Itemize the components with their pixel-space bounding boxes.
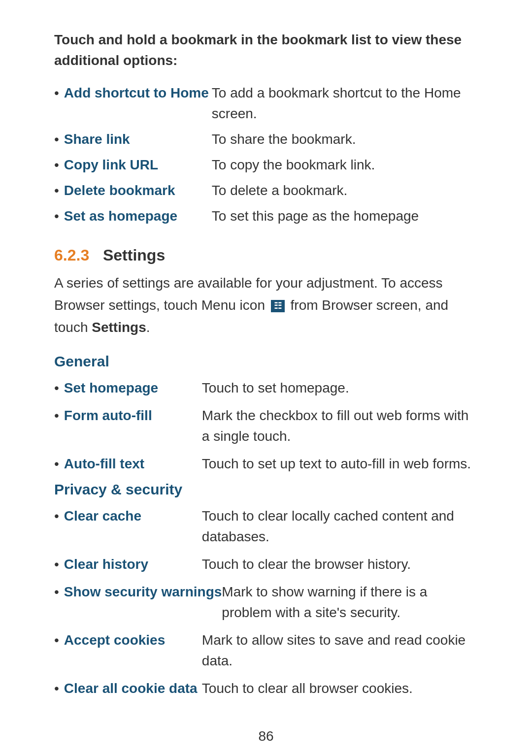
intro-text: Touch and hold a bookmark in the bookmar… (54, 30, 478, 71)
bullet-dot: • (54, 582, 59, 602)
privacy-desc-2: Mark to show warning if there is a probl… (222, 582, 478, 623)
page-number: 86 (54, 728, 478, 744)
bullet-dot: • (54, 129, 59, 150)
list-item: • Clear cache Touch to clear locally cac… (54, 506, 478, 547)
general-list: • Set homepage Touch to set homepage. • … (54, 378, 478, 474)
page-container: Touch and hold a bookmark in the bookmar… (44, 0, 488, 756)
list-item: • Set as homepage To set this page as th… (54, 206, 478, 227)
bookmark-term-4: Set as homepage (64, 206, 212, 227)
privacy-desc-4: Touch to clear all browser cookies. (202, 678, 478, 699)
bookmark-desc-2: To copy the bookmark link. (212, 155, 478, 175)
privacy-term-1: Clear history (64, 554, 202, 575)
list-item: • Set homepage Touch to set homepage. (54, 378, 478, 398)
section-number: 6.2.3 (54, 246, 89, 264)
general-desc-1: Mark the checkbox to fill out web forms … (202, 405, 478, 447)
privacy-term-3: Accept cookies (64, 630, 202, 651)
privacy-list: • Clear cache Touch to clear locally cac… (54, 506, 478, 699)
bookmark-term-1: Share link (64, 129, 212, 150)
section-body-end: . (146, 320, 150, 335)
bookmark-desc-1: To share the bookmark. (212, 129, 478, 150)
section-body-bold: Settings (92, 320, 146, 335)
general-term-2: Auto-fill text (64, 454, 202, 474)
section-body: A series of settings are available for y… (54, 272, 478, 338)
menu-icon: ☷ (271, 300, 285, 313)
list-item: • Form auto-fill Mark the checkbox to fi… (54, 405, 478, 447)
bullet-dot: • (54, 554, 59, 575)
privacy-desc-1: Touch to clear the browser history. (202, 554, 478, 575)
list-item: • Accept cookies Mark to allow sites to … (54, 630, 478, 671)
list-item: • Clear all cookie data Touch to clear a… (54, 678, 478, 699)
bullet-dot: • (54, 454, 59, 474)
bullet-dot: • (54, 506, 59, 526)
general-term-1: Form auto-fill (64, 405, 202, 426)
general-term-0: Set homepage (64, 378, 202, 398)
bookmark-desc-3: To delete a bookmark. (212, 180, 478, 201)
general-desc-2: Touch to set up text to auto-fill in web… (202, 454, 478, 474)
bullet-dot: • (54, 206, 59, 227)
bookmark-options-list: • Add shortcut to Home To add a bookmark… (54, 83, 478, 227)
list-item: • Share link To share the bookmark. (54, 129, 478, 150)
list-item: • Delete bookmark To delete a bookmark. (54, 180, 478, 201)
bookmark-term-0: Add shortcut to Home (64, 83, 212, 103)
bullet-dot: • (54, 83, 59, 103)
bullet-dot: • (54, 378, 59, 398)
bookmark-term-2: Copy link URL (64, 155, 212, 175)
privacy-term-4: Clear all cookie data (64, 678, 202, 699)
bullet-dot: • (54, 630, 59, 651)
general-heading: General (54, 353, 478, 370)
bullet-dot: • (54, 678, 59, 699)
bookmark-desc-0: To add a bookmark shortcut to the Home s… (212, 83, 478, 124)
list-item: • Copy link URL To copy the bookmark lin… (54, 155, 478, 175)
privacy-desc-0: Touch to clear locally cached content an… (202, 506, 478, 547)
list-item: • Show security warnings Mark to show wa… (54, 582, 478, 623)
section-title: Settings (103, 246, 165, 264)
general-desc-0: Touch to set homepage. (202, 378, 478, 398)
bullet-dot: • (54, 180, 59, 201)
bookmark-desc-4: To set this page as the homepage (212, 206, 478, 227)
privacy-term-0: Clear cache (64, 506, 202, 526)
privacy-desc-3: Mark to allow sites to save and read coo… (202, 630, 478, 671)
list-item: • Auto-fill text Touch to set up text to… (54, 454, 478, 474)
list-item: • Clear history Touch to clear the brows… (54, 554, 478, 575)
privacy-term-2: Show security warnings (64, 582, 222, 602)
section-heading: 6.2.3 Settings (54, 246, 478, 264)
bookmark-term-3: Delete bookmark (64, 180, 212, 201)
privacy-heading: Privacy & security (54, 481, 478, 498)
bullet-dot: • (54, 155, 59, 175)
list-item: • Add shortcut to Home To add a bookmark… (54, 83, 478, 124)
bullet-dot: • (54, 405, 59, 426)
